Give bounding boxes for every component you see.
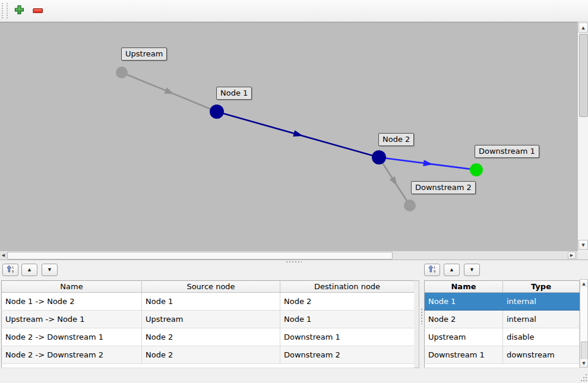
- table-cell[interactable]: Node 2 -> Downstream 2: [2, 346, 142, 364]
- column-header-source-node[interactable]: Source node: [142, 281, 280, 293]
- table-row[interactable]: Node 2internal: [425, 311, 580, 328]
- scroll-left-icon: ◀: [2, 253, 5, 258]
- sort-ascending-icon: 1 9: [7, 265, 15, 275]
- scroll-right-button[interactable]: ▶: [568, 252, 576, 259]
- table-cell[interactable]: Node 2: [142, 346, 280, 364]
- node-table: NameType Node 1internalNode 2internalUps…: [424, 280, 580, 368]
- move-up-icon: ▲: [27, 267, 32, 273]
- scroll-up-button[interactable]: ▲: [578, 23, 588, 33]
- table-cell[interactable]: Downstream 1: [425, 346, 503, 364]
- scroll-up-button[interactable]: ▲: [580, 280, 587, 287]
- node-upstream[interactable]: [116, 67, 128, 78]
- node-node1[interactable]: [210, 105, 224, 119]
- table-cell[interactable]: internal: [503, 311, 580, 328]
- table-cell[interactable]: Node 1: [142, 293, 280, 311]
- edge-table-header-row: NameSource nodeDestination node: [2, 281, 415, 293]
- column-header-name[interactable]: Name: [425, 281, 503, 293]
- table-cell[interactable]: Node 2: [280, 293, 415, 311]
- application-window: UpstreamNode 1Node 2Downstream 1Downstre…: [0, 0, 588, 383]
- canvas-horizontal-scrollbar-thumb[interactable]: [7, 252, 393, 259]
- graph-svg: [0, 23, 577, 252]
- node-node2[interactable]: [372, 150, 386, 164]
- table-cell[interactable]: Upstream: [425, 328, 503, 346]
- table-cell[interactable]: downstream: [503, 346, 580, 364]
- svg-text:9: 9: [12, 270, 14, 273]
- table-row[interactable]: Node 1 -> Node 2Node 1Node 2: [2, 293, 415, 311]
- scroll-up-icon: ▲: [581, 26, 584, 30]
- scroll-down-icon: ▼: [581, 243, 584, 248]
- table-row[interactable]: Node 2 -> Downstream 2Node 2Downstream 2: [2, 346, 415, 364]
- node-label-downstream1[interactable]: Downstream 1: [475, 145, 539, 158]
- table-cell[interactable]: Node 1: [280, 311, 415, 328]
- table-cell[interactable]: Upstream: [142, 311, 280, 328]
- table-cell[interactable]: Node 2: [425, 311, 503, 328]
- edge-table: NameSource nodeDestination node Node 1 -…: [1, 280, 415, 368]
- svg-text:9: 9: [434, 270, 435, 273]
- table-cell[interactable]: internal: [503, 293, 580, 311]
- column-header-type[interactable]: Type: [503, 281, 580, 293]
- table-cell[interactable]: Upstream -> Node 1: [2, 311, 142, 328]
- node-table-scrollbar-thumb[interactable]: [581, 341, 588, 360]
- resize-grip-icon[interactable]: [580, 374, 587, 382]
- edge-move-up-button[interactable]: ▲: [21, 264, 37, 276]
- splitter-handle-icon: [421, 309, 422, 324]
- node-sort-button[interactable]: 1 9: [424, 264, 440, 276]
- table-cell[interactable]: Node 2: [142, 328, 280, 346]
- canvas-horizontal-scrollbar[interactable]: ◀ ▶: [0, 251, 577, 259]
- edge-arrow-icon: [390, 176, 397, 186]
- table-cell[interactable]: disable: [503, 328, 580, 346]
- scroll-down-button[interactable]: ▼: [578, 240, 588, 250]
- svg-text:1: 1: [12, 265, 14, 269]
- node-label-node1[interactable]: Node 1: [216, 87, 252, 100]
- empty-row: [2, 364, 415, 368]
- vertical-splitter[interactable]: [419, 264, 424, 371]
- splitter-handle-icon: [286, 261, 302, 262]
- table-row[interactable]: Node 1internal: [425, 293, 580, 311]
- table-cell[interactable]: Node 2 -> Downstream 1: [2, 328, 142, 346]
- remove-button[interactable]: [30, 4, 46, 18]
- add-button[interactable]: [11, 4, 27, 18]
- edge-sort-button[interactable]: 1 9: [2, 264, 18, 276]
- scroll-down-button[interactable]: ▼: [580, 359, 587, 367]
- table-row[interactable]: Upstream -> Node 1UpstreamNode 1: [2, 311, 415, 328]
- move-up-icon: ▲: [449, 267, 454, 273]
- horizontal-splitter[interactable]: [0, 259, 588, 264]
- node-label-upstream[interactable]: Upstream: [121, 48, 167, 61]
- table-row[interactable]: Node 2 -> Downstream 1Node 2Downstream 1: [2, 328, 415, 346]
- svg-text:1: 1: [434, 265, 435, 269]
- table-cell[interactable]: Downstream 2: [280, 346, 415, 364]
- scroll-right-icon: ▶: [570, 253, 573, 258]
- move-down-icon: ▼: [469, 267, 475, 273]
- canvas-vertical-scrollbar-thumb[interactable]: [579, 34, 588, 117]
- node-table-header-row: NameType: [425, 281, 580, 293]
- table-row[interactable]: Downstream 1downstream: [425, 346, 580, 364]
- graph-canvas[interactable]: UpstreamNode 1Node 2Downstream 1Downstre…: [0, 22, 577, 252]
- sort-ascending-icon: 1 9: [428, 265, 437, 275]
- table-row[interactable]: Upstreamdisable: [425, 328, 580, 346]
- table-cell[interactable]: Downstream 1: [280, 328, 415, 346]
- edge-arrow-icon: [164, 87, 174, 94]
- table-cell[interactable]: Node 1 -> Node 2: [2, 293, 142, 311]
- column-header-name[interactable]: Name: [2, 281, 142, 293]
- plus-icon: [14, 5, 24, 17]
- edge-move-down-button[interactable]: ▼: [42, 264, 58, 276]
- toolbar-grip[interactable]: [2, 3, 8, 18]
- column-header-destination-node[interactable]: Destination node: [280, 281, 415, 293]
- minus-icon: [33, 7, 43, 15]
- canvas-vertical-scrollbar[interactable]: ▲ ▼: [577, 22, 588, 251]
- edge-table-scrollbar[interactable]: [414, 280, 419, 368]
- node-label-node2[interactable]: Node 2: [378, 133, 414, 146]
- edge-arrow-icon: [293, 130, 303, 137]
- table-cell[interactable]: Node 1: [425, 293, 503, 311]
- node-downstream1[interactable]: [470, 163, 483, 176]
- scroll-left-button[interactable]: ◀: [0, 252, 7, 258]
- node-label-downstream2[interactable]: Downstream 2: [411, 181, 476, 194]
- node-move-down-button[interactable]: ▼: [464, 264, 480, 276]
- scroll-down-icon: ▼: [582, 361, 585, 366]
- node-table-scrollbar[interactable]: ▲ ▼: [580, 279, 588, 368]
- node-downstream2[interactable]: [404, 200, 416, 211]
- move-down-icon: ▼: [47, 267, 52, 273]
- scroll-up-icon: ▲: [582, 281, 585, 286]
- edge-arrow-icon: [423, 160, 433, 166]
- node-move-up-button[interactable]: ▲: [444, 264, 460, 276]
